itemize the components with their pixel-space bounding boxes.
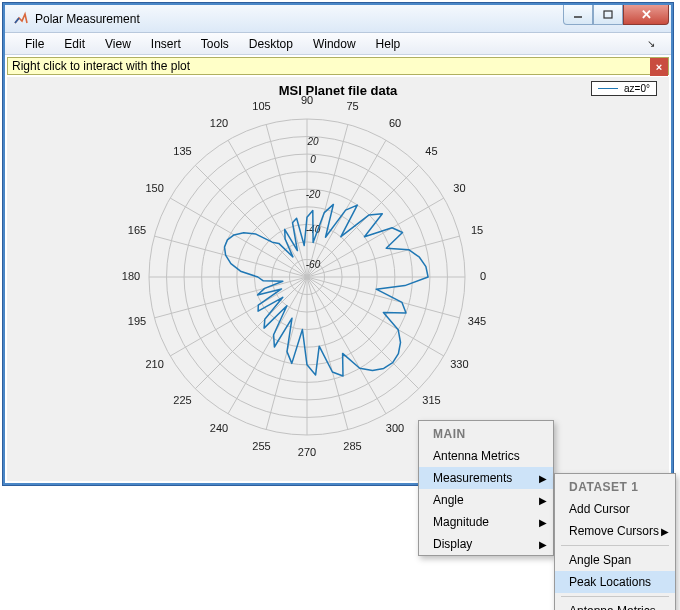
svg-rect-1 bbox=[604, 11, 612, 18]
angle-tick-label: 135 bbox=[173, 145, 191, 157]
svg-line-28 bbox=[266, 277, 307, 430]
angle-tick-label: 105 bbox=[252, 100, 270, 112]
angle-tick-label: 45 bbox=[425, 145, 437, 157]
context-menu-main: MAIN Antenna MetricsMeasurements▶Angle▶M… bbox=[418, 420, 554, 556]
submenu-arrow-icon: ▶ bbox=[539, 473, 547, 484]
menu-item-peak-locations[interactable]: Peak Locations bbox=[555, 571, 675, 593]
submenu-arrow-icon: ▶ bbox=[539, 517, 547, 528]
dock-arrow-icon[interactable]: ↘ bbox=[637, 35, 665, 52]
menu-item-remove-cursors[interactable]: Remove Cursors▶ bbox=[555, 520, 675, 542]
menu-item-angle-span[interactable]: Angle Span bbox=[555, 549, 675, 571]
angle-tick-label: 330 bbox=[450, 358, 468, 370]
svg-line-18 bbox=[266, 124, 307, 277]
angle-tick-label: 30 bbox=[453, 182, 465, 194]
menu-item-label: Peak Locations bbox=[569, 575, 651, 589]
angle-tick-label: 315 bbox=[422, 394, 440, 406]
svg-line-20 bbox=[195, 165, 307, 277]
menu-item-antenna-metrics[interactable]: Antenna Metrics bbox=[419, 445, 553, 467]
matlab-icon bbox=[13, 11, 29, 27]
menu-item-measurements[interactable]: Measurements▶ bbox=[419, 467, 553, 489]
angle-tick-label: 240 bbox=[210, 422, 228, 434]
radial-tick-label: -20 bbox=[306, 189, 321, 200]
close-button[interactable]: ✕ bbox=[623, 5, 669, 25]
menu-window[interactable]: Window bbox=[303, 34, 366, 54]
menu-help[interactable]: Help bbox=[366, 34, 411, 54]
menu-view[interactable]: View bbox=[95, 34, 141, 54]
menu-file[interactable]: File bbox=[15, 34, 54, 54]
hint-text: Right click to interact with the plot bbox=[12, 59, 190, 73]
menu-item-antenna-metrics[interactable]: Antenna Metrics bbox=[555, 600, 675, 610]
context-menu-main-header: MAIN bbox=[419, 421, 553, 445]
figure-window: Polar Measurement ✕ File Edit View Inser… bbox=[2, 2, 674, 486]
menu-item-label: Remove Cursors bbox=[569, 524, 659, 538]
menu-item-label: Angle bbox=[433, 493, 464, 507]
menu-edit[interactable]: Edit bbox=[54, 34, 95, 54]
radial-tick-label: -60 bbox=[306, 259, 321, 270]
svg-line-32 bbox=[307, 277, 419, 389]
angle-tick-label: 165 bbox=[128, 224, 146, 236]
submenu-arrow-icon: ▶ bbox=[661, 526, 669, 537]
angle-tick-label: 150 bbox=[145, 182, 163, 194]
context-menu-dataset: DATASET 1 Add CursorRemove Cursors▶Angle… bbox=[554, 473, 676, 610]
submenu-arrow-icon: ▶ bbox=[539, 495, 547, 506]
angle-tick-label: 210 bbox=[145, 358, 163, 370]
angle-tick-label: 195 bbox=[128, 315, 146, 327]
menu-separator bbox=[561, 545, 669, 546]
minimize-button[interactable] bbox=[563, 5, 593, 25]
svg-line-12 bbox=[307, 236, 460, 277]
angle-tick-label: 225 bbox=[173, 394, 191, 406]
menu-item-magnitude[interactable]: Magnitude▶ bbox=[419, 511, 553, 533]
angle-tick-label: 15 bbox=[471, 224, 483, 236]
polar-plot-svg: 0153045607590105120135150165180195210225… bbox=[7, 77, 667, 477]
angle-tick-label: 0 bbox=[480, 270, 486, 282]
close-hint-button[interactable]: × bbox=[650, 58, 668, 76]
context-menu-dataset-header: DATASET 1 bbox=[555, 474, 675, 498]
svg-line-30 bbox=[307, 277, 348, 430]
angle-tick-label: 90 bbox=[301, 94, 313, 106]
hint-bar: Right click to interact with the plot × bbox=[7, 57, 669, 75]
menu-item-angle[interactable]: Angle▶ bbox=[419, 489, 553, 511]
svg-line-34 bbox=[307, 277, 460, 318]
menu-item-label: Antenna Metrics bbox=[569, 604, 656, 610]
menu-item-label: Add Cursor bbox=[569, 502, 630, 516]
angle-tick-label: 345 bbox=[468, 315, 486, 327]
angle-tick-label: 300 bbox=[386, 422, 404, 434]
angle-tick-label: 180 bbox=[122, 270, 140, 282]
menu-item-add-cursor[interactable]: Add Cursor bbox=[555, 498, 675, 520]
maximize-button[interactable] bbox=[593, 5, 623, 25]
angle-tick-label: 60 bbox=[389, 117, 401, 129]
svg-line-16 bbox=[307, 124, 348, 277]
menu-item-display[interactable]: Display▶ bbox=[419, 533, 553, 555]
menu-item-label: Angle Span bbox=[569, 553, 631, 567]
radial-tick-label: 20 bbox=[306, 136, 319, 147]
menu-item-label: Measurements bbox=[433, 471, 512, 485]
angle-tick-label: 255 bbox=[252, 440, 270, 452]
menu-item-label: Display bbox=[433, 537, 472, 551]
window-title: Polar Measurement bbox=[35, 12, 140, 26]
angle-tick-label: 75 bbox=[346, 100, 358, 112]
angle-tick-label: 285 bbox=[343, 440, 361, 452]
menu-tools[interactable]: Tools bbox=[191, 34, 239, 54]
angle-tick-label: 120 bbox=[210, 117, 228, 129]
menu-insert[interactable]: Insert bbox=[141, 34, 191, 54]
menu-item-label: Antenna Metrics bbox=[433, 449, 520, 463]
titlebar[interactable]: Polar Measurement ✕ bbox=[5, 5, 671, 33]
menu-desktop[interactable]: Desktop bbox=[239, 34, 303, 54]
svg-line-14 bbox=[307, 165, 419, 277]
menubar: File Edit View Insert Tools Desktop Wind… bbox=[5, 33, 671, 55]
angle-tick-label: 270 bbox=[298, 446, 316, 458]
menu-separator bbox=[561, 596, 669, 597]
svg-line-22 bbox=[154, 236, 307, 277]
menu-item-label: Magnitude bbox=[433, 515, 489, 529]
plot-axes[interactable]: MSI Planet file data az=0° 0153045607590… bbox=[7, 77, 669, 481]
radial-tick-label: 0 bbox=[310, 154, 316, 165]
submenu-arrow-icon: ▶ bbox=[539, 539, 547, 550]
